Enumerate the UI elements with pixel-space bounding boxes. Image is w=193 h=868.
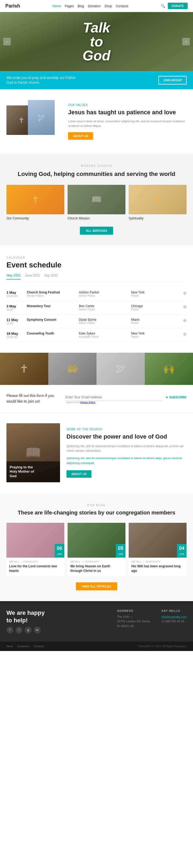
subscribe-text: Please fill out this form if you would l… xyxy=(6,393,60,404)
googleplus-icon[interactable]: g xyxy=(25,627,32,633)
service-item-community: ✝ Our Community xyxy=(6,185,64,220)
nav-contacts[interactable]: Contacts xyxy=(116,4,128,8)
subscribe-section: Please fill out this form if you would l… xyxy=(0,385,193,412)
footer-link-contacts[interactable]: Contacts xyxy=(34,645,44,648)
footer-help-heading: We are happy to help! xyxy=(6,609,45,624)
nav-links: Home Pages Blog Donation Shop Contacts xyxy=(52,3,128,8)
work-image: 📖 Praying to the Holy Mother of God xyxy=(6,423,60,482)
nav-home[interactable]: Home xyxy=(52,4,61,8)
nav-shop[interactable]: Shop xyxy=(104,4,112,8)
facebook-icon[interactable]: f xyxy=(6,627,13,633)
all-services-button[interactable]: ALL SERVICES xyxy=(80,227,113,235)
event-tab-may[interactable]: May 2022 xyxy=(6,274,21,279)
modern-section: MODERN CHURCH Loving God, helping commun… xyxy=(0,154,193,245)
event-row: 3 May 11:00 Monastery Tour Ben Carter Se… xyxy=(6,301,187,315)
service-image-spirituality: ☀ xyxy=(129,185,187,214)
subscribe-form-wrapper: ➤ SUBSCRIBE I agree to the Privacy Polic… xyxy=(65,394,187,404)
event-person-2: Ben Carter Senior Pastor xyxy=(79,304,127,311)
nav-donation[interactable]: Donation xyxy=(88,4,101,8)
blog-heading: These are life-changing stories by our c… xyxy=(6,509,187,516)
service-label-mission: Church Mission xyxy=(68,216,125,220)
event-expand-1[interactable]: ⊕ xyxy=(183,290,187,296)
blog-date-badge-2: 05 APR xyxy=(116,544,125,558)
event-tabs: May 2022 June 2022 July 2022 xyxy=(6,274,187,282)
footer-social: f t g in xyxy=(6,627,45,633)
join-banner: We invite you to pray and worship our Fa… xyxy=(0,71,193,89)
footer-link-news[interactable]: News xyxy=(6,645,13,648)
service-item-spirituality: ☀ Spirituality xyxy=(129,185,187,220)
subscribe-button[interactable]: ➤ SUBSCRIBE xyxy=(166,396,187,399)
footer-address-col: Address The USA — 15793 London Rd, Derby… xyxy=(117,609,151,629)
event-name-4: Counseling Youth xyxy=(27,332,74,335)
linkedin-icon[interactable]: in xyxy=(34,627,41,633)
blog-date-badge-3: 04 APR xyxy=(177,544,187,558)
footer-link-donations[interactable]: Donations xyxy=(18,645,30,648)
strip-photo-3: 🕊 xyxy=(96,353,145,385)
event-tab-july[interactable]: July 2022 xyxy=(44,274,58,279)
view-all-articles-button[interactable]: VIEW ALL ARTICLES xyxy=(76,582,117,590)
event-expand-3[interactable]: ⊕ xyxy=(183,318,187,323)
event-date-1: 1 May 10:00 am xyxy=(6,290,23,298)
work-image-label: Praying to the Holy Mother of God xyxy=(6,461,60,483)
subscribe-line1: Please fill out this form if you xyxy=(6,393,60,399)
blog-image-3: 04 APR xyxy=(129,523,187,558)
privacy-policy-link[interactable]: Privacy Policy xyxy=(81,401,95,404)
footer-email-link[interactable]: info@example.com xyxy=(161,615,187,618)
nav-blog[interactable]: Blog xyxy=(77,4,84,8)
nav-pages[interactable]: Pages xyxy=(65,4,74,8)
event-location-3: Miami Parish xyxy=(131,318,179,324)
service-item-mission: 📖 Church Mission xyxy=(68,185,125,220)
values-learn-button[interactable]: ABOUT US xyxy=(68,132,93,140)
strip-photo-4: 🙌 xyxy=(145,353,193,385)
site-logo[interactable]: Parish xyxy=(5,3,20,9)
footer-address-heading: Address xyxy=(117,609,151,612)
blog-tag-2: WE WILL | COMMUNITY xyxy=(70,560,123,563)
search-icon[interactable]: 🔍 xyxy=(161,4,165,8)
values-body: Lorem ipsum dolor sit amet, consectetur … xyxy=(68,119,187,128)
event-tab-june[interactable]: June 2022 xyxy=(25,274,40,279)
work-body1: Qadiscing elit, sed do eiusmod tempor in… xyxy=(66,444,187,453)
values-content: OUR VALUES Jesus has taught us patience … xyxy=(68,103,187,140)
hero-next-arrow[interactable]: › xyxy=(182,38,190,45)
banner-line1: We invite you to pray and worship our Fa… xyxy=(6,75,75,80)
blog-image-1: 06 APR xyxy=(6,523,64,558)
join-group-button[interactable]: JOIN GROUP xyxy=(158,76,187,85)
blog-image-2: 05 APR xyxy=(68,523,125,558)
email-input[interactable] xyxy=(65,394,163,401)
banner-line2: God in Parish church. xyxy=(6,80,75,85)
footer-help: We are happy to help! f t g in Address T… xyxy=(0,601,193,642)
service-image-community: ✝ xyxy=(6,185,64,214)
work-about-button[interactable]: ABOUT US xyxy=(66,470,91,478)
event-person-3: Dylan Byrne Senior Pastor xyxy=(79,318,127,324)
blog-label: OUR BLOG xyxy=(6,504,187,507)
footer-sayhello-heading: Say hello xyxy=(161,609,187,612)
hero-arrows: ‹ › xyxy=(0,38,193,45)
subscribe-line2: would like to join us! xyxy=(6,399,60,404)
blog-card-body-3: WE WILL | COMMUNITY His Will has been en… xyxy=(129,558,187,576)
event-row: 11 May 11:00 Symphony Concert Dylan Byrn… xyxy=(6,315,187,328)
event-name-1: Church Song Festival Service Name xyxy=(27,290,74,297)
nav-actions: 🔍 DONATE xyxy=(161,3,188,9)
donate-button[interactable]: DONATE xyxy=(168,3,188,9)
footer-bottom-links: News Donations Contacts xyxy=(6,645,44,648)
event-location-2: Chicago Parish xyxy=(131,304,179,311)
services-grid: ✝ Our Community 📖 Church Mission ☀ Spiri… xyxy=(6,185,187,220)
hero-prev-arrow[interactable]: ‹ xyxy=(3,38,11,45)
modern-heading: Loving God, helping communities and serv… xyxy=(6,170,187,178)
events-label: CALENDAR xyxy=(6,256,187,259)
event-name-3: Symphony Concert xyxy=(27,318,74,321)
work-body2: Qadiscing elit, sed do eiusmod tempor in… xyxy=(66,456,187,465)
event-expand-2[interactable]: ⊕ xyxy=(183,304,187,309)
blog-card-1: 06 APR WE WILL | COMMUNITY Love for the … xyxy=(6,523,64,576)
event-expand-4[interactable]: ⊕ xyxy=(183,332,187,337)
event-row: 18 May 12:00 am Counseling Youth Kate Sy… xyxy=(6,328,187,342)
service-label-spirituality: Spirituality xyxy=(129,216,187,220)
footer-help-text: We are happy to help! f t g in xyxy=(6,609,45,633)
service-label-community: Our Community xyxy=(6,216,64,220)
values-images: ✝ 🕊 xyxy=(6,100,60,143)
twitter-icon[interactable]: t xyxy=(15,627,23,633)
subscribe-form: ➤ SUBSCRIBE xyxy=(65,394,187,401)
work-content: WORK OF THE CHURCH Discover the power an… xyxy=(66,428,187,478)
footer-email: info@example.com +1 800 555 45 65 xyxy=(161,615,187,624)
blog-card-title-2: We bring Heaven on Earth through Christ … xyxy=(70,564,123,573)
